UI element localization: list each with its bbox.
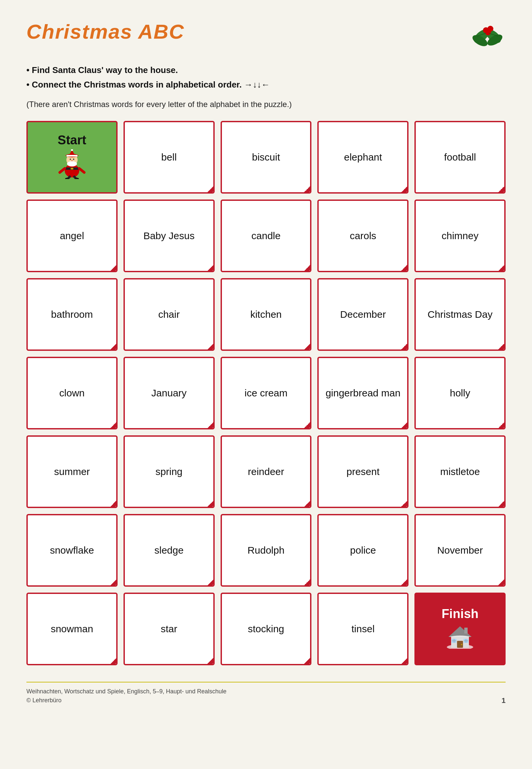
grid-cell-football: football [414, 121, 506, 194]
grid-cell-bell: bell [124, 121, 215, 194]
grid-cell-carols: carols [317, 200, 408, 272]
grid-cell-christmas-day: Christmas Day [414, 278, 506, 351]
grid-cell-chair: chair [124, 278, 215, 351]
page-title: Christmas ABC [26, 20, 184, 43]
grid-cell-rudolph: Rudolph [221, 514, 312, 587]
footer-line1: Weihnachten, Wortschatz und Spiele, Engl… [26, 687, 227, 696]
grid-cell-spring: spring [124, 435, 215, 508]
grid-cell-police: police [317, 514, 408, 587]
grid-cell-kitchen: kitchen [221, 278, 312, 351]
svg-point-31 [461, 644, 462, 645]
grid-cell-november: November [414, 514, 506, 587]
instruction-2: Connect the Christmas words in alphabeti… [26, 77, 506, 92]
svg-rect-14 [66, 155, 78, 157]
grid-cell-gingerbread-man: gingerbread man [317, 357, 408, 429]
grid-cell-elephant: elephant [317, 121, 408, 194]
grid-cell-baby-jesus: Baby Jesus [124, 200, 215, 272]
grid-cell-mistletoe: mistletoe [414, 435, 506, 508]
grid-cell-tinsel: tinsel [317, 593, 408, 665]
grid-cell-january: January [124, 357, 215, 429]
footer-line2: © Lehrerbüro [26, 696, 227, 705]
svg-rect-38 [464, 628, 468, 634]
grid-cell-present: present [317, 435, 408, 508]
grid-cell-december: December [317, 278, 408, 351]
grid-cell-angel: angel [26, 200, 118, 272]
grid-cell-summer: summer [26, 435, 118, 508]
svg-point-13 [71, 149, 73, 151]
grid-cell-chimney: chimney [414, 200, 506, 272]
page-header: Christmas ABC [26, 20, 506, 50]
svg-point-6 [485, 29, 491, 35]
svg-marker-29 [448, 626, 472, 637]
svg-point-18 [67, 161, 77, 166]
svg-line-22 [79, 168, 84, 172]
finish-label: Finish [442, 607, 479, 621]
grid-cell-star: star [124, 593, 215, 665]
grid-cell-snowman: snowman [26, 593, 118, 665]
grid-cell-start: Start [26, 121, 118, 194]
santa-icon [57, 149, 87, 179]
grid-cell-clown: clown [26, 357, 118, 429]
page-footer: Weihnachten, Wortschatz und Spiele, Engl… [26, 682, 506, 705]
instruction-1: Find Santa Claus' way to the house. [26, 63, 506, 77]
grid-cell-reindeer: reindeer [221, 435, 312, 508]
instructions-section: Find Santa Claus' way to the house. Conn… [26, 63, 506, 92]
grid-cell-candle: candle [221, 200, 312, 272]
grid-cell-holly: holly [414, 357, 506, 429]
grid-cell-ice-cream: ice cream [221, 357, 312, 429]
svg-line-21 [60, 168, 65, 172]
note-text: (There aren't Christmas words for every … [26, 100, 506, 109]
svg-point-16 [73, 159, 74, 160]
grid-cell-snowflake: snowflake [26, 514, 118, 587]
svg-rect-20 [71, 168, 73, 169]
house-icon [445, 622, 475, 649]
footer-credits: Weihnachten, Wortschatz und Spiele, Engl… [26, 687, 227, 705]
grid-cell-biscuit: biscuit [221, 121, 312, 194]
holly-decoration-icon [469, 20, 506, 50]
grid-cell-stocking: stocking [221, 593, 312, 665]
start-label: Start [57, 133, 87, 147]
grid-cell-bathroom: bathroom [26, 278, 118, 351]
svg-point-15 [70, 159, 71, 160]
grid-cell-sledge: sledge [124, 514, 215, 587]
grid-cell-finish: Finish [414, 593, 506, 665]
word-grid: Start [26, 121, 506, 665]
page-number: 1 [502, 696, 506, 705]
